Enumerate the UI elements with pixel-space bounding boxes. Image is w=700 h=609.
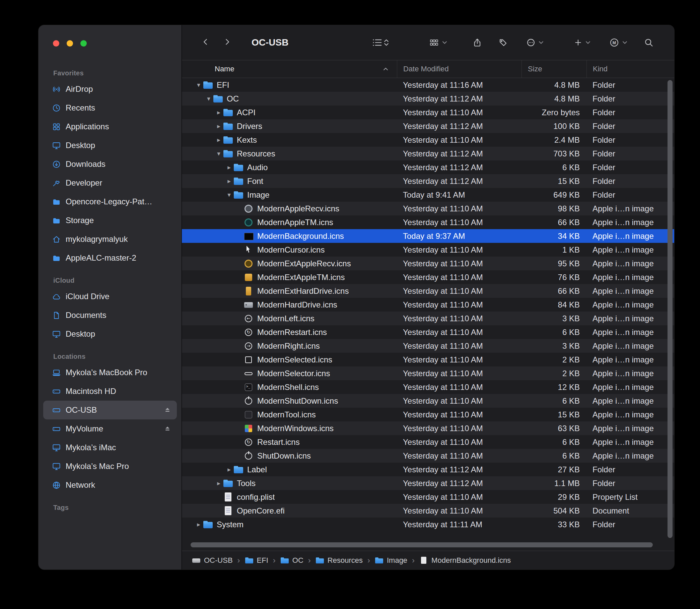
disclosure-triangle[interactable]: [225, 192, 233, 198]
disclosure-triangle[interactable]: [214, 123, 223, 129]
sidebar-item-downloads[interactable]: Downloads: [43, 155, 177, 174]
add-button[interactable]: [574, 38, 591, 47]
file-icon: [244, 286, 253, 296]
sidebar-item-desktop-icloud[interactable]: Desktop: [43, 325, 177, 343]
sidebar-item-mac-pro[interactable]: Mykola’s Mac Pro: [43, 457, 177, 476]
table-row[interactable]: Font Yesterday at 11:12 AM 15 KB Folder: [182, 174, 674, 188]
table-row[interactable]: Tools Yesterday at 11:12 AM 1.1 MB Folde…: [182, 476, 674, 490]
table-row[interactable]: System Yesterday at 11:11 AM 33 KB Folde…: [182, 518, 674, 531]
table-row[interactable]: Drivers Yesterday at 11:12 AM 100 KB Fol…: [182, 119, 674, 133]
breadcrumb-item[interactable]: OC ›: [280, 556, 315, 565]
sidebar-item-oc-usb[interactable]: OC-USB: [43, 401, 177, 419]
disclosure-triangle[interactable]: [225, 466, 233, 473]
sidebar-item-applealc[interactable]: AppleALC-master-2: [43, 248, 177, 267]
sidebar-item-imac[interactable]: Mykola’s iMac: [43, 438, 177, 457]
vertical-scrollbar[interactable]: [667, 80, 672, 538]
table-row[interactable]: ModernShutDown.icns Yesterday at 11:10 A…: [182, 394, 674, 408]
view-switcher-button[interactable]: [372, 38, 389, 47]
share-button[interactable]: [473, 37, 482, 48]
sidebar-item-airdrop[interactable]: AirDrop: [43, 80, 177, 99]
forward-button[interactable]: [222, 37, 232, 48]
breadcrumb-item[interactable]: EFI ›: [245, 556, 280, 565]
table-row[interactable]: Kexts Yesterday at 11:10 AM 2.4 MB Folde…: [182, 133, 674, 147]
sidebar-item-macbook-pro[interactable]: Mykola’s MacBook Pro: [43, 363, 177, 382]
column-header-size[interactable]: Size: [522, 60, 587, 78]
sidebar-item-storage[interactable]: Storage: [43, 211, 177, 230]
table-row[interactable]: config.plist Yesterday at 11:10 AM 29 KB…: [182, 490, 674, 504]
disclosure-triangle[interactable]: [214, 480, 223, 486]
table-row[interactable]: ModernBackground.icns Today at 9:37 AM 3…: [182, 229, 674, 243]
table-row[interactable]: ModernAppleRecv.icns Yesterday at 11:10 …: [182, 202, 674, 215]
tags-button[interactable]: [499, 38, 508, 47]
table-row[interactable]: ACPI Yesterday at 11:10 AM Zero bytes Fo…: [182, 105, 674, 119]
sidebar-item-desktop[interactable]: Desktop: [43, 136, 177, 155]
table-row[interactable]: ModernSelected.icns Yesterday at 11:10 A…: [182, 353, 674, 366]
horizontal-scrollbar[interactable]: [191, 542, 653, 547]
sidebar-item-myvolume[interactable]: MyVolume: [43, 419, 177, 438]
table-row[interactable]: Image Today at 9:41 AM 649 KB Folder: [182, 188, 674, 202]
file-icon: [244, 410, 253, 420]
table-row[interactable]: ModernRestart.icns Yesterday at 11:10 AM…: [182, 325, 674, 339]
disclosure-triangle[interactable]: [225, 178, 233, 184]
table-row[interactable]: ModernAppleTM.icns Yesterday at 11:10 AM…: [182, 215, 674, 229]
sidebar-item-recents[interactable]: Recents: [43, 99, 177, 117]
table-row[interactable]: Restart.icns Yesterday at 11:10 AM 6 KB …: [182, 435, 674, 449]
sidebar-item-opencore-legacy-patcher[interactable]: Opencore-Legacy-Pat…: [43, 192, 177, 211]
disclosure-triangle[interactable]: [194, 82, 203, 88]
table-row[interactable]: Label Yesterday at 11:12 AM 27 KB Folder: [182, 463, 674, 476]
size-cell: 3 KB: [522, 314, 587, 323]
column-header-date-modified[interactable]: Date Modified: [397, 60, 522, 78]
sidebar-item-home[interactable]: mykolagrymalyuk: [43, 230, 177, 248]
disclosure-triangle[interactable]: [204, 95, 213, 102]
column-header-name[interactable]: Name: [182, 60, 397, 78]
sidebar-item-developer[interactable]: Developer: [43, 174, 177, 192]
group-by-button[interactable]: [429, 38, 447, 47]
table-row[interactable]: ModernExtAppleRecv.icns Yesterday at 11:…: [182, 257, 674, 270]
sidebar-item-macintosh-hd[interactable]: Macintosh HD: [43, 382, 177, 401]
search-button[interactable]: [644, 38, 653, 47]
table-row[interactable]: ModernSelector.icns Yesterday at 11:10 A…: [182, 366, 674, 380]
size-cell: 66 KB: [522, 218, 587, 227]
table-row[interactable]: EFI Yesterday at 11:16 AM 4.8 MB Folder: [182, 78, 674, 92]
table-row[interactable]: ModernExtHardDrive.icns Yesterday at 11:…: [182, 284, 674, 298]
column-header-kind[interactable]: Kind: [587, 60, 674, 78]
table-row[interactable]: ModernCursor.icns Yesterday at 11:10 AM …: [182, 243, 674, 257]
sidebar-item-icloud-drive[interactable]: iCloud Drive: [43, 287, 177, 306]
table-row[interactable]: ModernRight.icns Yesterday at 11:10 AM 3…: [182, 339, 674, 353]
user-menu-button[interactable]: M: [609, 37, 627, 48]
table-row[interactable]: ModernHardDrive.icns Yesterday at 11:10 …: [182, 298, 674, 312]
disclosure-triangle[interactable]: [225, 164, 233, 171]
eject-icon[interactable]: [163, 406, 172, 414]
eject-icon[interactable]: [163, 425, 172, 433]
table-row[interactable]: OC Yesterday at 11:12 AM 4.8 MB Folder: [182, 92, 674, 105]
more-actions-button[interactable]: [526, 38, 544, 47]
table-row[interactable]: ModernTool.icns Yesterday at 11:10 AM 15…: [182, 408, 674, 421]
back-button[interactable]: [200, 37, 211, 48]
clock-icon: [52, 104, 61, 112]
table-row[interactable]: ModernExtAppleTM.icns Yesterday at 11:10…: [182, 270, 674, 284]
close-window-button[interactable]: [53, 40, 59, 47]
table-row[interactable]: ModernLeft.icns Yesterday at 11:10 AM 3 …: [182, 312, 674, 325]
table-row[interactable]: ShutDown.icns Yesterday at 11:10 AM 6 KB…: [182, 449, 674, 463]
minimize-window-button[interactable]: [67, 40, 73, 47]
breadcrumb-item[interactable]: ModernBackground.icns ›: [419, 556, 511, 565]
disclosure-triangle[interactable]: [214, 109, 223, 116]
disclosure-triangle[interactable]: [214, 151, 223, 157]
breadcrumb-item[interactable]: Resources ›: [315, 556, 375, 565]
sidebar-item-label: AppleALC-master-2: [66, 253, 136, 263]
breadcrumb-item[interactable]: Image ›: [375, 556, 419, 565]
sidebar-item-documents[interactable]: Documents: [43, 306, 177, 325]
breadcrumb-label: EFI: [257, 556, 268, 565]
table-row[interactable]: Resources Yesterday at 11:12 AM 703 KB F…: [182, 147, 674, 160]
zoom-window-button[interactable]: [81, 40, 87, 47]
table-row[interactable]: ModernWindows.icns Yesterday at 11:10 AM…: [182, 421, 674, 435]
disclosure-triangle[interactable]: [214, 137, 223, 143]
name-cell: ModernExtAppleTM.icns: [182, 270, 397, 284]
breadcrumb-item[interactable]: OC-USB ›: [192, 556, 245, 565]
table-row[interactable]: OpenCore.efi Yesterday at 11:10 AM 504 K…: [182, 504, 674, 518]
table-row[interactable]: Audio Yesterday at 11:12 AM 6 KB Folder: [182, 160, 674, 174]
table-row[interactable]: ModernShell.icns Yesterday at 11:10 AM 1…: [182, 380, 674, 394]
sidebar-item-network[interactable]: Network: [43, 476, 177, 494]
disclosure-triangle[interactable]: [194, 521, 203, 527]
sidebar-item-applications[interactable]: Applications: [43, 117, 177, 136]
